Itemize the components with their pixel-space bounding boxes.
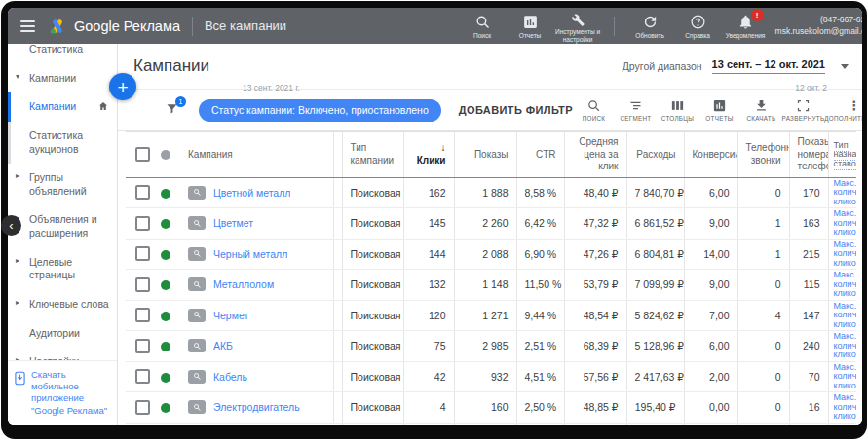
campaign-link[interactable]: АКБ — [213, 340, 233, 352]
avg-cpc-column-header[interactable]: Средняя цена за клик — [564, 132, 626, 178]
search-campaign-badge-icon — [188, 309, 206, 322]
bid-strategy-cell[interactable]: Макс. количество кликов — [828, 392, 856, 424]
topbar-reports-button[interactable]: Отчеты — [507, 8, 554, 44]
expand-icon — [796, 98, 811, 113]
search-campaign-icon — [193, 219, 202, 228]
collapsed-column-cell — [333, 239, 342, 270]
campaign-column-header[interactable]: Кампания — [180, 132, 333, 178]
clicks-column-header[interactable]: ↓ Клики — [403, 132, 454, 178]
campaign-link[interactable]: Кабель — [213, 371, 247, 383]
tool-search-button[interactable]: ПОИСК — [573, 98, 615, 122]
topbar-notifications-button[interactable]: ! Уведомления — [722, 8, 770, 44]
clicks-cell: 162 — [403, 177, 454, 208]
type-column-header[interactable]: Тип кампании — [342, 132, 403, 178]
row-checkbox-cell[interactable] — [126, 208, 153, 240]
checkbox[interactable] — [135, 339, 150, 353]
sidebar-item-keywords[interactable]: ▸Ключевые слова — [8, 290, 117, 319]
panel-collapse-handle[interactable]: ‹ — [1, 215, 21, 236]
campaign-type-cell: Поисковая — [342, 239, 403, 270]
add-campaign-fab-button[interactable]: + — [109, 73, 136, 100]
row-checkbox-cell[interactable] — [126, 239, 153, 270]
brand[interactable]: Google Реклама — [48, 17, 180, 36]
row-checkbox-cell[interactable] — [126, 177, 153, 208]
row-checkbox-cell[interactable] — [126, 270, 153, 301]
account-info[interactable]: (847-667-624 msk.rusekolom@gmail.co — [775, 15, 862, 38]
row-checkbox-cell[interactable] — [126, 331, 153, 362]
bid-strategy-column-header[interactable]: Тип назначения ставок — [828, 132, 856, 178]
bid-strategy-cell[interactable]: Макс. количество кликов — [828, 177, 856, 208]
tool-more-button[interactable]: ⋮ ДОПОЛНИТЕЛЬНО — [824, 98, 862, 122]
sidebar-item-ad-groups[interactable]: ▸Группы объявлений — [8, 164, 117, 205]
download-app-link[interactable]: Скачать мобильное приложение "Google Рек… — [8, 360, 117, 425]
status-enabled-dot-icon — [161, 403, 170, 413]
checkbox[interactable] — [135, 246, 150, 261]
sidebar-item-landing-pages[interactable]: ▸Целевые страницы — [8, 248, 117, 290]
avg-cpc-cell: 47,32 ₽ — [564, 208, 626, 240]
checkbox[interactable] — [135, 185, 150, 200]
tool-download-button[interactable]: СКАЧАТЬ — [740, 98, 782, 122]
row-checkbox-cell[interactable] — [126, 361, 153, 392]
add-filter-button[interactable]: ДОБАВИТЬ ФИЛЬТР — [459, 104, 573, 116]
segment-icon — [628, 98, 643, 113]
date-range-picker[interactable]: Другой диапазон 13 сент. – 12 окт. 2021 — [623, 58, 849, 74]
row-checkbox-cell[interactable] — [126, 300, 153, 331]
campaign-link[interactable]: Цветной металл — [213, 187, 290, 199]
hamburger-menu-icon[interactable] — [20, 20, 35, 32]
conversions-column-header[interactable]: Конверсии — [684, 132, 737, 178]
cost-cell: 2 417,63 ₽ — [626, 361, 684, 392]
table-row: ЭлектродвигательПоисковая41602,50 %48,85… — [126, 392, 856, 424]
topbar-search-button[interactable]: Поиск — [459, 8, 507, 44]
checkbox[interactable] — [135, 400, 150, 415]
bid-strategy-cell[interactable]: Макс. количество кликов — [828, 270, 856, 301]
clicks-cell: 42 — [403, 361, 454, 392]
select-all-checkbox[interactable] — [126, 132, 153, 178]
campaign-link[interactable]: Цветмет — [213, 217, 253, 229]
tool-expand-button[interactable]: РАЗВЕРНУТЬ — [782, 98, 824, 122]
campaign-link[interactable]: Электродвигатель — [213, 401, 300, 413]
campaign-status-filter-chip[interactable]: Статус кампании: Включено, приостановлен… — [199, 99, 441, 122]
bid-strategy-cell[interactable]: Макс. количество кликов — [828, 208, 856, 240]
tool-segment-button[interactable]: СЕГМЕНТ — [615, 98, 657, 122]
bid-strategy-cell[interactable]: Макс. количество кликов — [828, 361, 856, 392]
sidebar-item-settings[interactable]: ▸Настройки — [8, 348, 117, 359]
sidebar-item-campaigns[interactable]: Кампании — [8, 92, 117, 122]
status-cell — [153, 392, 180, 424]
campaign-link[interactable]: Металлолом — [213, 278, 274, 290]
collapsed-column-header[interactable] — [333, 132, 342, 178]
campaign-link[interactable]: Черный металл — [213, 248, 287, 260]
sidebar-item-audiences[interactable]: Аудитории — [8, 319, 117, 349]
bid-strategy-cell[interactable]: Макс. количество кликов — [828, 331, 856, 362]
notification-badge: ! — [751, 9, 764, 21]
sidebar-item-label: Объявления и расширения — [29, 213, 97, 239]
phone-calls-column-header[interactable]: Телефонные звонки — [737, 132, 789, 178]
cost-column-header[interactable]: Расходы — [626, 132, 684, 178]
checkbox[interactable] — [135, 147, 150, 162]
account-id: (847-667-624 — [775, 15, 862, 26]
filter-funnel-button[interactable]: 1 — [165, 101, 179, 120]
impressions-column-header[interactable]: Показы — [454, 132, 516, 178]
checkbox[interactable] — [135, 308, 150, 322]
sidebar-item-ads-extensions[interactable]: ▸Объявления и расширения — [8, 205, 117, 247]
phone-impressions-column-header[interactable]: Показы номера телефона — [789, 132, 828, 178]
status-column-header[interactable] — [153, 132, 180, 178]
checkbox[interactable] — [135, 216, 150, 231]
sidebar-item-campaigns-group[interactable]: ▾Кампании — [8, 64, 117, 93]
checkbox[interactable] — [135, 278, 150, 292]
topbar-help-button[interactable]: Справка — [674, 8, 722, 44]
bid-strategy-cell[interactable]: Макс. количество кликов — [828, 300, 856, 331]
tool-reports-button[interactable]: ОТЧЕТЫ — [698, 98, 740, 122]
sidebar-item-statistics[interactable]: Статистика — [8, 44, 117, 64]
filter-count-badge: 1 — [175, 96, 186, 107]
checkbox[interactable] — [135, 369, 150, 384]
topbar-refresh-button[interactable]: Обновить — [626, 8, 674, 44]
tool-columns-button[interactable]: СТОЛБЦЫ — [657, 98, 698, 122]
campaign-link[interactable]: Чермет — [213, 310, 248, 321]
totals-phone-impressions: 1 136 — [789, 423, 828, 425]
topbar-tools-button[interactable]: Инструменты и настройки — [554, 8, 602, 44]
ctr-column-header[interactable]: CTR — [516, 132, 564, 178]
topbar-divider — [192, 17, 193, 36]
row-checkbox-cell[interactable] — [126, 392, 153, 424]
bid-strategy-cell[interactable]: Макс. количество кликов — [828, 239, 856, 270]
status-enabled-dot-icon — [161, 342, 170, 352]
sidebar-item-auction-insights[interactable]: Статистика аукционов — [8, 122, 117, 164]
